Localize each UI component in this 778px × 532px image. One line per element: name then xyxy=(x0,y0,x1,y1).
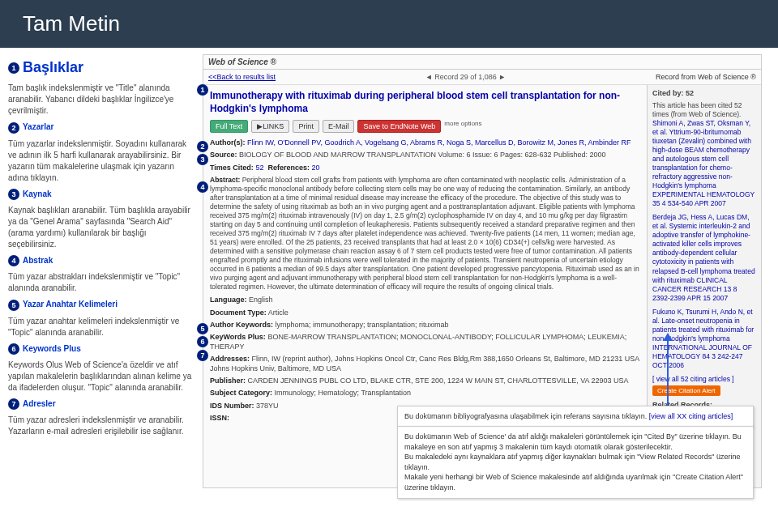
info-box-2: Bu dokümanın Web of Science' da atıf ald… xyxy=(397,426,754,499)
source: BIOLOGY OF BLOOD AND MARROW TRANSPLANTAT… xyxy=(239,151,606,159)
citing-2[interactable]: Berdeja JG, Hess A, Lucas DM, et al. Sys… xyxy=(652,213,756,302)
language: English xyxy=(249,296,273,304)
marker-7: 7 xyxy=(197,350,208,361)
record-from: Record from Web of Science ® xyxy=(656,73,756,81)
cited-by-header[interactable]: Cited by: 52 xyxy=(652,89,756,99)
sec7-text: Tüm yazar adresleri indekslenmiştir ve a… xyxy=(8,415,194,437)
record-title: Immunotherapy with rituximab during peri… xyxy=(210,90,640,115)
sec3-text: Kaynak başlıkları aranabilir. Tüm başlık… xyxy=(8,205,194,250)
back-link[interactable]: <<Back to results list xyxy=(208,73,276,81)
sec3-title: Kaynak xyxy=(23,189,52,198)
sec6-text: Keywords Olus Web of Science'a özeldir v… xyxy=(8,360,194,394)
sec4-text: Tüm yazar abstrakları indekslenmiştir ve… xyxy=(8,271,194,294)
sec7-title: Adresler xyxy=(23,399,56,408)
view-all-link[interactable]: [view all XX citing articles] xyxy=(649,412,733,420)
marker-1: 1 xyxy=(197,84,208,96)
email-button[interactable]: E-Mail xyxy=(323,120,355,133)
fulltext-button[interactable]: Full Text xyxy=(210,120,248,133)
toolbar: Full Text ▶LINKS Print E-Mail Save to En… xyxy=(210,120,640,133)
arrow-icon xyxy=(656,338,679,411)
references[interactable]: 20 xyxy=(311,164,319,172)
wos-brand: Web of Science ® xyxy=(208,57,276,66)
endnote-button[interactable]: Save to EndNote Web xyxy=(357,120,441,133)
citing-1[interactable]: Shimoni A, Zwas ST, Oksman Y, et al. Ytt… xyxy=(652,119,756,208)
sec4-title: Abstrak xyxy=(23,256,53,265)
abstract: Peripheral blood stem cell grafts from p… xyxy=(210,176,639,292)
marker-4: 4 xyxy=(197,181,208,193)
links-button[interactable]: ▶LINKS xyxy=(251,120,289,133)
keywords-plus: BONE-MARROW TRANSPLANTATION; MONOCLONAL-… xyxy=(210,333,626,351)
marker-3: 3 xyxy=(197,154,208,165)
more-options[interactable]: more options xyxy=(444,120,481,133)
times-cited[interactable]: 52 xyxy=(255,164,263,172)
marker-2: 2 xyxy=(197,141,208,152)
authors[interactable]: Flinn IW, O'Donnell PV, Goodrich A, Voge… xyxy=(247,138,631,147)
left-title: 1Başlıklar xyxy=(8,57,194,78)
marker-6: 6 xyxy=(197,336,208,347)
sec2-title: Yazarlar xyxy=(23,122,53,131)
page-header: Tam Metin xyxy=(0,0,778,48)
doc-type: Article xyxy=(268,309,289,317)
sec1-text: Tam başlık indekslenmiştir ve "Title" al… xyxy=(8,83,194,117)
sec5-text: Tüm yazar anahtar kelimeleri indekslenmi… xyxy=(8,316,194,338)
ids-number: 378YU xyxy=(256,402,279,410)
sec2-text: Tüm yazarlar indekslenmiştir. Soyadını k… xyxy=(8,138,194,184)
publisher: CARDEN JENNINGS PUBL CO LTD, BLAKE CTR, … xyxy=(248,377,629,385)
author-keywords: lymphoma; immunotherapy; transplantation… xyxy=(276,321,449,329)
sec6-title: Keywords Plus xyxy=(23,344,81,353)
addresses: Flinn, IW (reprint author), Johns Hopkin… xyxy=(210,355,639,372)
record-nav[interactable]: ◄ Record 29 of 1,086 ► xyxy=(425,73,506,81)
marker-5: 5 xyxy=(197,323,208,334)
subject-category: Immunology; Hematology; Transplantation xyxy=(275,389,412,397)
info-box-1: Bu dokümanın bibliyografyasına ulaşabilm… xyxy=(397,406,754,428)
left-panel: 1Başlıklar Tam başlık indekslenmiştir ve… xyxy=(0,48,203,531)
cited-by-text: This article has been cited 52 times (fr… xyxy=(652,101,756,119)
sec5-title: Yazar Anahtar Kelimeleri xyxy=(23,300,118,309)
print-button[interactable]: Print xyxy=(293,120,319,133)
